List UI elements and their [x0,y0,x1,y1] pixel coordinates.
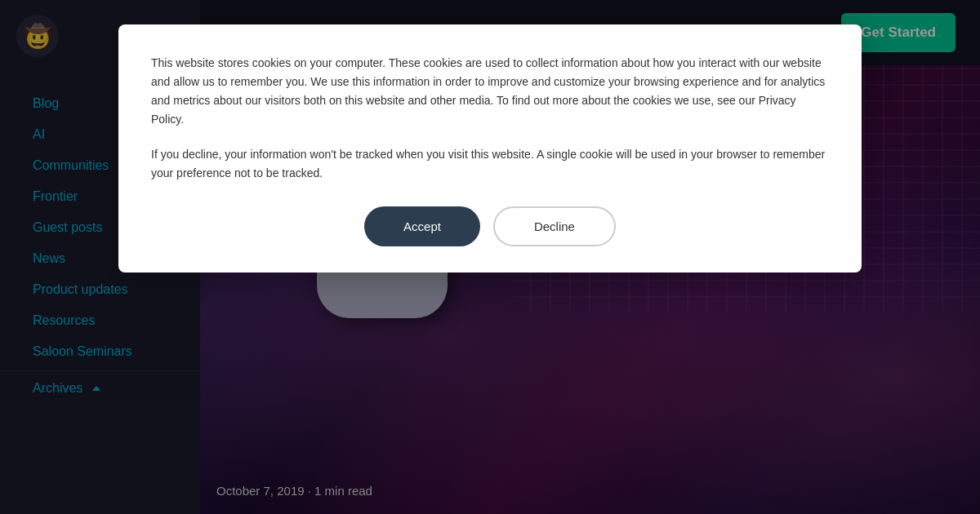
decline-button[interactable]: Decline [493,206,616,246]
cookie-text-2: If you decline, your information won't b… [151,145,829,183]
cookie-buttons: Accept Decline [151,206,829,246]
cookie-text-1: This website stores cookies on your comp… [151,54,829,129]
cookie-modal-overlay: This website stores cookies on your comp… [0,0,980,514]
accept-button[interactable]: Accept [364,206,480,246]
cookie-modal: This website stores cookies on your comp… [118,24,862,273]
